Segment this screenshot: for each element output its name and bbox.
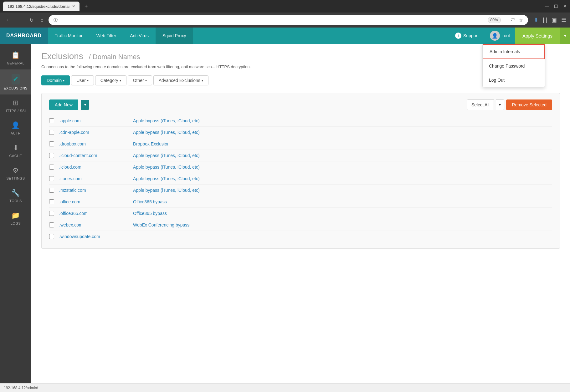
nav-item-web-filter[interactable]: Web Filter — [90, 28, 123, 44]
table-row: .dropbox.com Dropbox Exclusion — [49, 138, 552, 150]
domain-checkbox-4[interactable] — [49, 165, 54, 170]
more-options-icon[interactable]: ··· — [503, 17, 507, 23]
tab-advanced-exclusions[interactable]: Advanced Exclusions ▾ — [153, 75, 208, 85]
domain-checkbox-7[interactable] — [49, 199, 54, 204]
dropdown-item-change-password[interactable]: Change Password — [483, 59, 545, 73]
nav-items: Traffic Monitor Web Filter Anti Virus Sq… — [48, 28, 193, 44]
table-row: .office.com Office365 bypass — [49, 196, 552, 208]
select-all-dropdown-button[interactable]: ▾ — [496, 99, 504, 110]
domain-desc-0: Apple bypass (iTunes, iCloud, etc) — [133, 118, 200, 123]
pocket-icon[interactable]: 🛡 — [511, 17, 516, 23]
menu-icon[interactable]: ☰ — [561, 17, 566, 23]
add-new-dropdown-button[interactable]: ▾ — [81, 100, 89, 110]
domain-name-0[interactable]: .apple.com — [59, 118, 128, 123]
user-menu-button[interactable]: 👤 root — [485, 28, 515, 44]
domain-desc-3: Apple bypass (iTunes, iCloud, etc) — [133, 153, 200, 158]
apply-settings-dropdown[interactable]: ▾ — [560, 28, 570, 44]
address-bar[interactable]: ⓘ 192.168.4.12/squid/exclude/domain 80% … — [49, 15, 528, 25]
nav-item-traffic-monitor[interactable]: Traffic Monitor — [48, 28, 90, 44]
browser-tab[interactable]: 192.168.4.12/squid/exclude/domai ✕ — [3, 2, 80, 11]
toolbar-right: Select All ▾ Remove Selected — [467, 99, 552, 110]
tab-domain-caret: ▾ — [63, 79, 64, 82]
domain-checkbox-6[interactable] — [49, 188, 54, 193]
download-icon[interactable]: ⬇ — [534, 17, 538, 23]
tab-other-caret: ▾ — [145, 79, 147, 82]
add-new-button[interactable]: Add New — [49, 99, 78, 110]
domain-name-6[interactable]: .mzstatic.com — [59, 188, 128, 193]
minimize-button[interactable]: — — [545, 4, 549, 9]
tab-advanced-caret: ▾ — [202, 79, 203, 82]
domain-checkbox-9[interactable] — [49, 222, 54, 227]
bookmark-icon[interactable]: ☆ — [519, 17, 523, 23]
tab-user-caret: ▾ — [87, 79, 89, 82]
domain-name-7[interactable]: .office.com — [59, 199, 128, 204]
status-url: 192.168.4.12/admin/ — [4, 386, 38, 390]
domain-name-2[interactable]: .dropbox.com — [59, 141, 128, 146]
domain-desc-2: Dropbox Exclusion — [133, 141, 170, 146]
sidebar-toggle-icon[interactable]: ▣ — [552, 17, 557, 23]
zoom-level[interactable]: 80% — [488, 17, 501, 23]
domain-desc-8: Office365 bypass — [133, 211, 167, 216]
dropdown-item-admin-internals[interactable]: Admin Internals — [483, 44, 545, 59]
sidebar-item-exclusions[interactable]: ✔ EXCLUSIONS — [0, 69, 31, 94]
domain-checkbox-10[interactable] — [49, 234, 54, 239]
domain-list: .apple.com Apple bypass (iTunes, iCloud,… — [49, 115, 552, 242]
sidebar-item-logs[interactable]: 📁 LOGS — [0, 207, 31, 230]
domain-desc-5: Apple bypass (iTunes, iCloud, etc) — [133, 176, 200, 181]
table-row: .itunes.com Apple bypass (iTunes, iCloud… — [49, 173, 552, 185]
top-navigation: DASHBOARD Traffic Monitor Web Filter Ant… — [0, 28, 570, 44]
domain-name-3[interactable]: .icloud-content.com — [59, 153, 128, 158]
refresh-button[interactable]: ↻ — [28, 16, 35, 24]
nav-brand[interactable]: DASHBOARD — [0, 28, 48, 44]
new-tab-button[interactable]: + — [82, 2, 90, 11]
domain-checkbox-2[interactable] — [49, 141, 54, 146]
url-input[interactable]: 192.168.4.12/squid/exclude/domain — [60, 18, 485, 23]
select-all-button[interactable]: Select All — [467, 99, 494, 110]
support-button[interactable]: i Support — [449, 28, 485, 44]
sidebar-item-https-ssl[interactable]: ⊞ HTTPS / SSL — [0, 94, 31, 117]
domain-checkbox-5[interactable] — [49, 176, 54, 181]
remove-selected-button[interactable]: Remove Selected — [506, 99, 552, 110]
nav-item-squid-proxy[interactable]: Squid Proxy — [156, 28, 193, 44]
nav-item-anti-virus[interactable]: Anti Virus — [123, 28, 156, 44]
tab-user[interactable]: User ▾ — [71, 75, 94, 85]
domain-name-4[interactable]: .icloud.com — [59, 165, 128, 170]
settings-icon: ⚙ — [13, 166, 19, 175]
back-button[interactable]: ← — [4, 16, 13, 24]
maximize-button[interactable]: ☐ — [554, 4, 558, 9]
domain-desc-4: Apple bypass (iTunes, iCloud, etc) — [133, 165, 200, 170]
library-icon[interactable]: ||| — [543, 17, 547, 23]
sidebar-item-tools[interactable]: 🔧 TOOLS — [0, 185, 31, 207]
close-window-button[interactable]: ✕ — [563, 4, 567, 9]
sidebar: 📋 GENERAL ✔ EXCLUSIONS ⊞ HTTPS / SSL 👤 A… — [0, 44, 31, 383]
domain-name-9[interactable]: .webex.com — [59, 222, 128, 227]
main-content: Exclusions / Domain Names Connections to… — [31, 44, 570, 383]
sidebar-item-cache[interactable]: ⬇ CACHE — [0, 140, 31, 162]
domain-name-1[interactable]: .cdn-apple.com — [59, 130, 128, 135]
sidebar-item-auth[interactable]: 👤 AUTH — [0, 117, 31, 140]
sidebar-item-general[interactable]: 📋 GENERAL — [0, 47, 31, 69]
table-row: .apple.com Apple bypass (iTunes, iCloud,… — [49, 115, 552, 127]
tab-other[interactable]: Other ▾ — [128, 75, 152, 85]
table-row: .office365.com Office365 bypass — [49, 208, 552, 219]
forward-button[interactable]: → — [16, 16, 24, 24]
close-tab-button[interactable]: ✕ — [72, 4, 75, 8]
table-row: .cdn-apple.com Apple bypass (iTunes, iCl… — [49, 127, 552, 138]
tab-title: 192.168.4.12/squid/exclude/domai — [8, 4, 69, 9]
domain-checkbox-1[interactable] — [49, 130, 54, 135]
home-button[interactable]: ⌂ — [39, 16, 45, 24]
tab-category[interactable]: Category ▾ — [95, 75, 126, 85]
main-area: 📋 GENERAL ✔ EXCLUSIONS ⊞ HTTPS / SSL 👤 A… — [0, 44, 570, 383]
sidebar-item-settings[interactable]: ⚙ SETTINGS — [0, 162, 31, 185]
domain-name-8[interactable]: .office365.com — [59, 211, 128, 216]
domain-name-10[interactable]: .windowsupdate.com — [59, 234, 128, 239]
domain-checkbox-8[interactable] — [49, 211, 54, 216]
tab-domain[interactable]: Domain ▾ — [41, 75, 70, 85]
domain-checkbox-3[interactable] — [49, 153, 54, 158]
apply-settings-button[interactable]: Apply Settings — [515, 28, 560, 44]
auth-icon: 👤 — [11, 121, 20, 130]
domain-name-5[interactable]: .itunes.com — [59, 176, 128, 181]
status-bar: 192.168.4.12/admin/ — [0, 383, 570, 392]
domain-checkbox-0[interactable] — [49, 118, 54, 123]
dropdown-item-log-out[interactable]: Log Out — [483, 73, 545, 87]
